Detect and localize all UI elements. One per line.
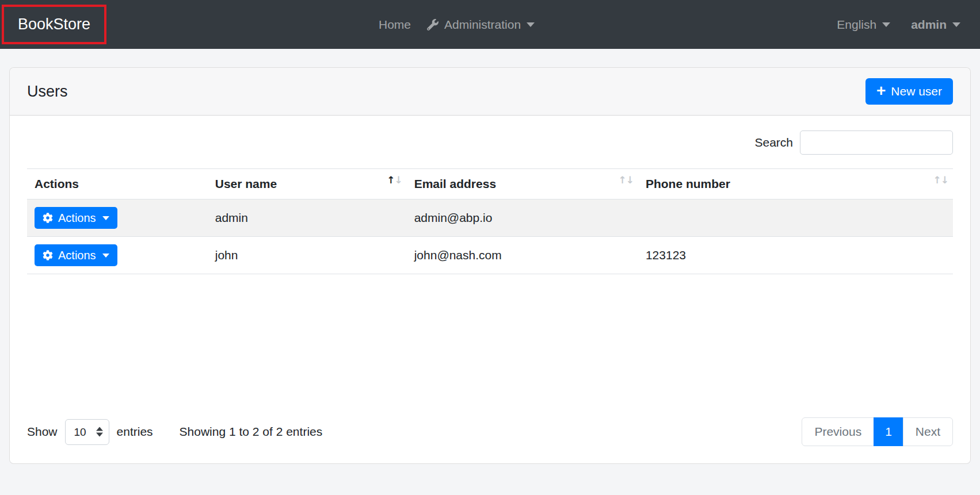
user-label: admin: [911, 18, 947, 32]
language-dropdown[interactable]: English: [837, 18, 890, 32]
nav-item-administration[interactable]: Administration: [427, 18, 535, 32]
nav-administration-label: Administration: [444, 18, 521, 32]
column-header-phone[interactable]: Phone number ↑↓: [638, 169, 953, 199]
email-cell: john@nash.com: [407, 237, 638, 274]
show-label: Show: [27, 425, 58, 439]
chevron-down-icon: [102, 254, 109, 258]
table-search-row: Search: [27, 131, 953, 155]
column-header-actions: Actions: [27, 169, 208, 199]
search-input[interactable]: [800, 131, 953, 155]
actions-cell: Actions: [27, 199, 208, 237]
page-size-select[interactable]: 10: [65, 419, 109, 445]
plus-icon: +: [876, 83, 886, 99]
search-label: Search: [754, 136, 793, 149]
page-length-control: Show 10 entries: [27, 419, 153, 445]
user-dropdown[interactable]: admin: [911, 18, 960, 32]
actions-cell: Actions: [27, 237, 208, 274]
entries-label: entries: [117, 425, 153, 439]
main-menu: Home Administration: [379, 0, 535, 49]
row-actions-label: Actions: [58, 249, 96, 262]
annotation-box: BookStore: [2, 5, 106, 44]
table-footer: Show 10 entries Showing 1 to 2 of 2 entr…: [27, 417, 953, 446]
new-user-button[interactable]: + New user: [865, 78, 953, 105]
next-page-button[interactable]: Next: [903, 417, 953, 446]
users-card: Users + New user Search Actions User nam…: [9, 67, 971, 464]
navbar-right: English admin: [837, 18, 968, 32]
chevron-down-icon: [952, 22, 960, 27]
sort-icon-phone: ↑↓: [933, 174, 949, 186]
phone-cell: 123123: [638, 237, 953, 274]
page-size-select-wrap: 10: [65, 419, 109, 445]
user-name-cell: john: [208, 237, 407, 274]
users-table: Actions User name ↑↓ Email address ↑↓ Ph…: [27, 168, 953, 274]
column-header-email[interactable]: Email address ↑↓: [407, 169, 638, 199]
table-info-text: Showing 1 to 2 of 2 entries: [180, 425, 323, 439]
brand-link[interactable]: BookStore: [18, 16, 90, 33]
users-card-header: Users + New user: [10, 68, 970, 116]
chevron-down-icon: [527, 22, 535, 27]
column-header-user-name[interactable]: User name ↑↓: [208, 169, 407, 199]
sort-icon-email: ↑↓: [618, 174, 634, 186]
wrench-icon: [427, 19, 438, 30]
pagination: Previous 1 Next: [802, 417, 953, 446]
top-navbar: BookStore Home Administration English ad…: [0, 0, 980, 49]
row-actions-button[interactable]: Actions: [35, 244, 117, 266]
previous-page-button[interactable]: Previous: [802, 417, 874, 446]
row-actions-button[interactable]: Actions: [35, 207, 117, 229]
users-card-body: Search Actions User name ↑↓ Email addres…: [10, 116, 970, 463]
table-row: Actions admin admin@abp.io: [27, 199, 953, 237]
nav-item-home[interactable]: Home: [379, 18, 411, 32]
page-title: Users: [27, 83, 68, 101]
chevron-down-icon: [102, 216, 109, 220]
page-1-button[interactable]: 1: [874, 417, 903, 446]
sort-icon-user-name: ↑↓: [387, 174, 402, 186]
table-row: Actions john john@nash.com 123123: [27, 237, 953, 274]
email-cell: admin@abp.io: [407, 199, 638, 237]
gear-icon: [43, 250, 53, 260]
table-header-row: Actions User name ↑↓ Email address ↑↓ Ph…: [27, 169, 953, 199]
user-name-cell: admin: [208, 199, 407, 237]
chevron-down-icon: [882, 22, 890, 27]
row-actions-label: Actions: [58, 212, 96, 225]
language-label: English: [837, 18, 876, 32]
new-user-button-label: New user: [891, 85, 942, 98]
phone-cell: [638, 199, 953, 237]
gear-icon: [43, 213, 53, 223]
